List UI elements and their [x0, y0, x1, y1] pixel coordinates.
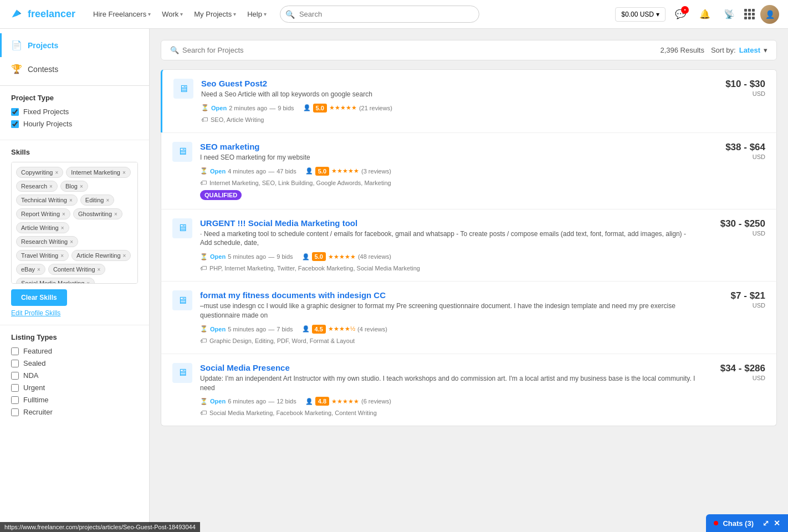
apps-grid-button[interactable]: [744, 9, 755, 19]
price-range: $34 - $286: [704, 363, 765, 374]
skill-tag[interactable]: eBay×: [16, 264, 45, 275]
close-icon[interactable]: ✕: [774, 519, 780, 528]
remove-skill-icon[interactable]: ×: [49, 183, 53, 190]
project-title[interactable]: SEO marketing: [200, 142, 697, 151]
hourly-projects-checkbox[interactable]: Hourly Projects: [11, 120, 138, 128]
remove-skill-icon[interactable]: ×: [80, 183, 83, 190]
remove-skill-icon[interactable]: ×: [62, 211, 65, 217]
project-description: · Need a marketing tool to schedule cont…: [200, 229, 697, 248]
project-description: I need SEO marketing for my website: [200, 153, 697, 162]
skill-tag[interactable]: Ghostwriting×: [73, 208, 122, 219]
rating-group: 👤 4.5 ★★★★½ (4 reviews): [302, 325, 387, 334]
global-search-input[interactable]: [280, 6, 479, 23]
skill-tag[interactable]: Social Media Marketing×: [16, 278, 95, 284]
skill-tag[interactable]: Copywriting×: [16, 167, 63, 178]
clear-skills-button[interactable]: Clear Skills: [11, 289, 67, 306]
remove-skill-icon[interactable]: ×: [106, 197, 109, 203]
skill-tag[interactable]: Report Writing×: [16, 208, 70, 219]
tags-list: Internet Marketing, SEO, Link Building, …: [209, 180, 391, 186]
project-meta: ⏳ Open 5 minutes ago — 7 bids 👤 4.5 ★★★★…: [200, 325, 697, 334]
sidebar-item-projects[interactable]: 📄 Projects: [0, 33, 149, 57]
sidebar-item-contests[interactable]: 🏆 Contests: [0, 57, 149, 81]
radio-button[interactable]: 📡: [720, 5, 739, 24]
main-layout: 📄 Projects 🏆 Contests Project Type Fixed…: [0, 29, 788, 532]
remove-skill-icon[interactable]: ×: [37, 267, 40, 273]
avatar[interactable]: 👤: [760, 5, 779, 24]
search-icon: 🔍: [285, 10, 295, 19]
nav-right-actions: $0.00 USD ▾ 💬 • 🔔 📡 👤: [615, 5, 779, 24]
rating-group: 👤 5.0 ★★★★★ (3 reviews): [305, 167, 391, 176]
skill-tag[interactable]: Travel Writing×: [16, 250, 69, 261]
results-count: 2,396 Results: [660, 46, 704, 54]
nav-my-projects[interactable]: My Projects ▾: [190, 7, 241, 22]
listing-type-item[interactable]: Featured: [11, 347, 138, 355]
listing-checkbox[interactable]: [11, 396, 19, 404]
skill-tag[interactable]: Blog×: [60, 181, 88, 192]
tag-icon: 🏷: [200, 264, 207, 272]
remove-skill-icon[interactable]: ×: [86, 280, 90, 284]
nav-work[interactable]: Work ▾: [157, 7, 187, 22]
project-card-body: Seo Guest Post2 Need a Seo Article with …: [201, 79, 697, 124]
rating-group: 👤 5.0 ★★★★★ (48 reviews): [302, 252, 391, 261]
skill-tag[interactable]: Article Writing×: [16, 222, 69, 233]
listing-type-item[interactable]: NDA: [11, 371, 138, 380]
hourly-projects-input[interactable]: [11, 120, 19, 128]
remove-skill-icon[interactable]: ×: [114, 211, 117, 217]
listing-type-item[interactable]: Fulltime: [11, 396, 138, 404]
remove-skill-icon[interactable]: ×: [60, 253, 64, 259]
project-title[interactable]: URGENT !!! Social Media Marketing tool: [200, 218, 697, 228]
nav-hire-freelancers[interactable]: Hire Freelancers ▾: [89, 7, 155, 22]
dash-separator: —: [268, 398, 274, 405]
chat-button[interactable]: 💬 •: [671, 5, 690, 24]
remove-skill-icon[interactable]: ×: [55, 170, 58, 176]
fixed-projects-input[interactable]: [11, 108, 19, 116]
remove-skill-icon[interactable]: ×: [98, 267, 101, 273]
skill-tag[interactable]: Content Writing×: [48, 264, 105, 275]
hourglass-icon: ⏳: [200, 325, 208, 332]
listing-checkbox[interactable]: [11, 372, 19, 380]
skill-tag[interactable]: Editing×: [80, 195, 114, 206]
listing-label: NDA: [23, 371, 38, 380]
project-status-time: ⏳ Open 4 minutes ago — 47 bids: [200, 167, 296, 175]
sort-by-dropdown[interactable]: Sort by: Latest ▾: [711, 46, 767, 54]
skill-tag[interactable]: Internet Marketing×: [66, 167, 131, 178]
edit-profile-skills-link[interactable]: Edit Profile Skills: [11, 309, 138, 317]
project-search-input[interactable]: [182, 46, 653, 54]
open-status: Open: [210, 398, 226, 405]
logo[interactable]: freelancer: [9, 7, 75, 22]
expand-icon[interactable]: ⤢: [763, 519, 769, 528]
project-type-title: Project Type: [11, 94, 138, 102]
skill-tag[interactable]: Technical Writing×: [16, 195, 78, 206]
tag-icon: 🏷: [200, 409, 207, 417]
remove-skill-icon[interactable]: ×: [123, 253, 126, 259]
fixed-projects-checkbox[interactable]: Fixed Projects: [11, 108, 138, 116]
skill-tag[interactable]: Article Rewriting×: [71, 250, 131, 261]
listing-checkbox[interactable]: [11, 384, 19, 392]
listing-checkbox[interactable]: [11, 347, 19, 355]
sidebar-projects-label: Projects: [28, 41, 58, 50]
nav-myprojects-label: My Projects: [194, 10, 232, 18]
project-title[interactable]: Seo Guest Post2: [201, 79, 697, 88]
project-bids: 47 bids: [277, 168, 296, 175]
remove-skill-icon[interactable]: ×: [122, 170, 126, 176]
listing-type-item[interactable]: Recruiter: [11, 408, 138, 416]
remove-skill-icon[interactable]: ×: [70, 239, 73, 245]
listing-checkbox[interactable]: [11, 360, 19, 367]
remove-skill-icon[interactable]: ×: [61, 225, 64, 231]
nav-help[interactable]: Help ▾: [243, 7, 271, 22]
project-card-body: Social Media Presence Update: I'm an ind…: [200, 363, 697, 417]
rating-value: 5.0: [312, 252, 326, 261]
project-title[interactable]: format my fitness documents with indesig…: [200, 290, 697, 300]
listing-type-item[interactable]: Sealed: [11, 359, 138, 367]
balance-button[interactable]: $0.00 USD ▾: [615, 7, 666, 22]
notifications-button[interactable]: 🔔: [695, 5, 714, 24]
skill-tag[interactable]: Research Writing×: [16, 236, 78, 247]
chevron-down-icon: ▾: [148, 11, 151, 17]
listing-checkbox[interactable]: [11, 408, 19, 416]
remove-skill-icon[interactable]: ×: [69, 197, 73, 203]
avatar-image: 👤: [760, 5, 779, 24]
skill-tag[interactable]: Research×: [16, 181, 58, 192]
chat-bar[interactable]: Chats (3) ⤢ ✕: [706, 514, 788, 532]
listing-type-item[interactable]: Urgent: [11, 383, 138, 392]
project-title[interactable]: Social Media Presence: [200, 363, 697, 372]
